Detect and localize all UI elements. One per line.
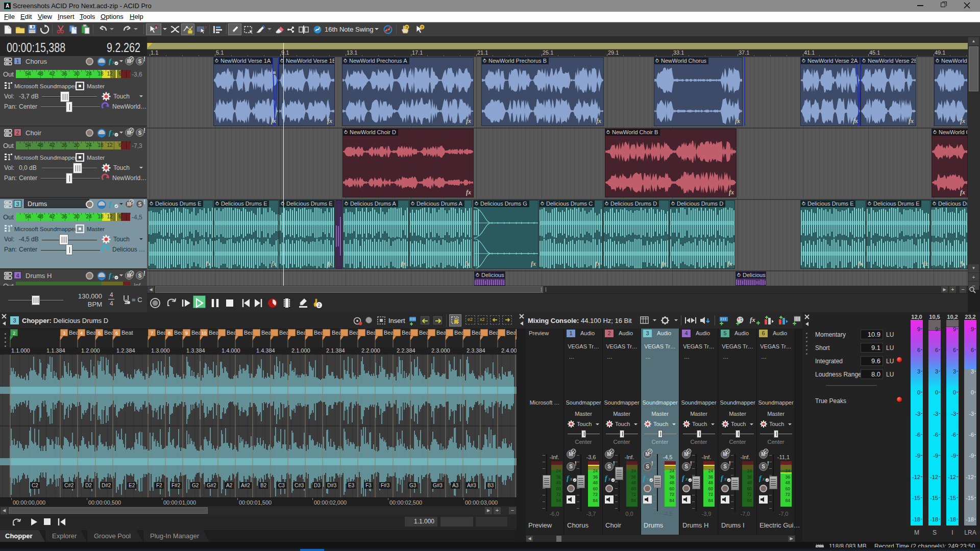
svg-text:7: 7 xyxy=(205,26,207,30)
svg-text:f: f xyxy=(643,474,646,482)
svg-text:f: f xyxy=(721,474,724,482)
svg-text:f: f xyxy=(759,474,762,482)
svg-text:?: ? xyxy=(406,25,408,30)
svg-text:x: x xyxy=(762,476,765,482)
svg-text:x: x xyxy=(112,130,115,136)
svg-text:x: x xyxy=(570,476,573,482)
svg-text:x: x xyxy=(646,476,649,482)
svg-text:2: 2 xyxy=(317,303,320,308)
svg-text:f: f xyxy=(109,200,112,208)
svg-text:x: x xyxy=(685,476,688,482)
svg-text:f: f xyxy=(682,474,685,482)
svg-text:f: f xyxy=(567,474,570,482)
svg-text:x: x xyxy=(112,202,115,208)
svg-text:fx: fx xyxy=(750,316,755,323)
svg-text:a: a xyxy=(155,26,157,29)
svg-text:f: f xyxy=(109,271,112,280)
svg-text:x: x xyxy=(112,59,115,65)
svg-text:x: x xyxy=(112,273,115,279)
svg-text:x: x xyxy=(608,476,611,482)
svg-text:?: ? xyxy=(421,25,424,30)
svg-text:x: x xyxy=(724,476,727,482)
svg-text:f: f xyxy=(109,129,112,137)
svg-text:f: f xyxy=(605,474,608,482)
svg-text:f: f xyxy=(109,57,112,65)
